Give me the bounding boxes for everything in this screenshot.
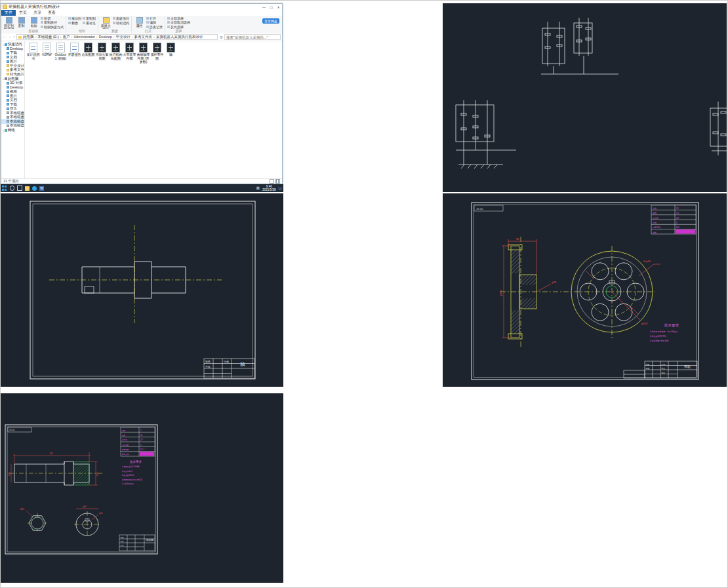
svg-text:8-7-7: 8-7-7 bbox=[140, 448, 145, 451]
ribbon-big-button[interactable]: 固定到快速访问 bbox=[3, 16, 14, 29]
breadcrumb-item[interactable]: Desktop bbox=[95, 35, 112, 39]
folder-icon bbox=[7, 69, 9, 71]
group-label-clipboard: 剪贴板 bbox=[1, 29, 66, 33]
file-item[interactable]: 大带轮零件图 bbox=[123, 43, 136, 64]
sidebar-quick-access[interactable]: 快速访问 bbox=[1, 42, 24, 47]
breadcrumb-item[interactable]: 采摘机器人采摘执行机构设计 bbox=[152, 35, 203, 39]
notes-title: 技术要求 bbox=[664, 323, 679, 328]
details-view-icon[interactable] bbox=[270, 179, 274, 184]
close-button[interactable]: ✕ bbox=[275, 5, 282, 10]
file-item[interactable]: 曲柄轴零件图 (带参数) bbox=[136, 43, 150, 64]
ribbon-small-icon bbox=[83, 22, 85, 24]
up-button[interactable]: ↑ bbox=[13, 34, 15, 40]
folder-icon bbox=[7, 56, 9, 58]
svg-text:1.调质处理220~250HB;: 1.调质处理220~250HB; bbox=[122, 465, 140, 468]
search-icon[interactable] bbox=[10, 186, 15, 191]
minimize-button[interactable]: — bbox=[260, 5, 268, 10]
tb-part-name: 轴 bbox=[240, 362, 245, 367]
tab-file[interactable]: 文件 bbox=[1, 10, 16, 16]
new-folder-icon bbox=[103, 17, 110, 24]
sidebar-this-pc[interactable]: 此电脑 bbox=[1, 77, 24, 81]
file-item[interactable]: 总装配图 bbox=[81, 43, 95, 64]
tb-scale-label: 比例 bbox=[224, 360, 229, 364]
drive-icon bbox=[7, 125, 9, 127]
clock[interactable]: 9:46 2021/5/28 bbox=[262, 185, 275, 191]
explorer-window: 采摘机器人采摘执行机构设计 — ▢ ✕ 文件 主页共享查看 固定到快速访问 bbox=[1, 3, 283, 184]
centerlines bbox=[9, 473, 104, 538]
file-name: 轴 bbox=[165, 53, 178, 57]
browser-icon[interactable] bbox=[32, 186, 37, 191]
breadcrumb-item[interactable]: 参考文件夹 bbox=[131, 35, 152, 39]
file-item[interactable]: 轴 bbox=[164, 43, 178, 64]
hex-section-view: M12 bbox=[20, 508, 46, 530]
svg-text:变位系数: 变位系数 bbox=[122, 444, 129, 446]
new-folder-button[interactable]: 新建文件夹 bbox=[100, 16, 111, 29]
cad-preview-part: JX-05 模数2 齿数18 压力角20° 变位系数0 精度等级8-7-7 配对… bbox=[0, 393, 283, 583]
ribbon-tab[interactable]: 查看 bbox=[45, 10, 59, 16]
file-item[interactable]: 设计说明书 bbox=[26, 43, 40, 64]
explorer-app-icon bbox=[3, 5, 7, 9]
ribbon-group-clipboard: 固定到快速访问 复制 粘贴 bbox=[1, 16, 66, 33]
file-item[interactable]: Outdoor1 (初稿) bbox=[54, 43, 68, 64]
ribbon-small-button[interactable]: 轻松访问 bbox=[112, 21, 130, 26]
hatched-section bbox=[73, 461, 89, 485]
ribbon-small-icon bbox=[146, 26, 149, 28]
ribbon-small-button[interactable]: 删除 bbox=[68, 21, 82, 26]
file-item[interactable]: 执行机构装配图 bbox=[109, 43, 123, 64]
svg-text:比例: 比例 bbox=[662, 363, 666, 366]
ribbon-big-button[interactable]: 粘贴 bbox=[28, 16, 39, 29]
task-view-icon[interactable] bbox=[17, 186, 22, 191]
search-input[interactable] bbox=[225, 35, 280, 39]
pulley-section-view: φ280 58 φ28 bbox=[499, 237, 557, 339]
transmission-scheme-canvas bbox=[443, 3, 727, 192]
cloud-login-button[interactable]: 登录网盘 bbox=[262, 18, 279, 24]
svg-text:2.未注圆角R3~R5;: 2.未注圆角R3~R5; bbox=[650, 335, 666, 338]
breadcrumb-item[interactable]: 本地磁盘 (E:) bbox=[34, 35, 59, 39]
svg-text:压力角: 压力角 bbox=[653, 217, 658, 220]
file-name: NJRW bbox=[41, 53, 54, 57]
ribbon-big-button[interactable]: 复制 bbox=[16, 16, 27, 29]
breadcrumb-item[interactable]: 毕业设计 bbox=[112, 35, 131, 39]
file-icon bbox=[29, 43, 37, 52]
file-item[interactable]: 摆杆零件图 bbox=[150, 43, 164, 64]
refresh-icon[interactable]: ⟳ bbox=[220, 35, 223, 39]
cad-preview-transmission bbox=[443, 3, 727, 192]
breadcrumb-item[interactable]: 用户 bbox=[59, 35, 70, 39]
svg-text:精度等级: 精度等级 bbox=[653, 226, 660, 229]
svg-text:孔数: 孔数 bbox=[653, 222, 657, 224]
forward-button[interactable]: → bbox=[8, 34, 12, 40]
breadcrumb-item[interactable]: 此电脑 bbox=[23, 35, 34, 39]
file-name: 总装配图 bbox=[82, 53, 95, 57]
start-button[interactable] bbox=[2, 186, 7, 191]
dimension-lines bbox=[502, 239, 551, 338]
maximize-button[interactable]: ▢ bbox=[268, 5, 275, 10]
thumbnails-view-icon[interactable] bbox=[275, 179, 280, 184]
ribbon-tab[interactable]: 主页 bbox=[16, 10, 30, 16]
file-explorer-icon[interactable] bbox=[25, 186, 30, 191]
file-name: 设计说明书 bbox=[27, 53, 40, 60]
file-icon bbox=[111, 43, 120, 52]
file-icon bbox=[84, 43, 92, 52]
breadcrumb[interactable]: 此电脑本地磁盘 (E:)用户AdministratorDesktop毕业设计参考… bbox=[16, 34, 218, 40]
sidebar-network[interactable]: 网络 bbox=[1, 128, 24, 132]
file-item[interactable]: 传动方案简图 bbox=[95, 43, 109, 64]
svg-text:压力角: 压力角 bbox=[122, 439, 127, 441]
ribbon-tab[interactable]: 共享 bbox=[30, 10, 45, 16]
breadcrumb-item[interactable]: Administrator bbox=[70, 35, 95, 39]
star-icon bbox=[5, 43, 7, 46]
back-button[interactable]: ← bbox=[3, 34, 7, 40]
file-item[interactable]: 开题报告 bbox=[68, 43, 81, 64]
title-block: 制图 审核 比例 数量 材料 带轮 bbox=[624, 361, 697, 378]
ime-indicator[interactable]: 英 bbox=[256, 186, 260, 191]
file-name: 摆杆零件图 bbox=[151, 53, 164, 60]
notifications-icon[interactable]: ❏ bbox=[279, 186, 281, 190]
file-item[interactable]: NJRW bbox=[40, 43, 54, 64]
ribbon-small-button[interactable]: 重命名 bbox=[82, 21, 96, 26]
properties-button[interactable]: 属性 bbox=[134, 16, 145, 29]
folder-icon bbox=[7, 73, 9, 75]
search-box[interactable] bbox=[224, 34, 281, 40]
word-app-icon[interactable]: W bbox=[39, 186, 44, 191]
svg-text:材料: 材料 bbox=[652, 231, 657, 234]
svg-text:制图: 制图 bbox=[646, 363, 650, 366]
network-icon bbox=[5, 129, 7, 132]
